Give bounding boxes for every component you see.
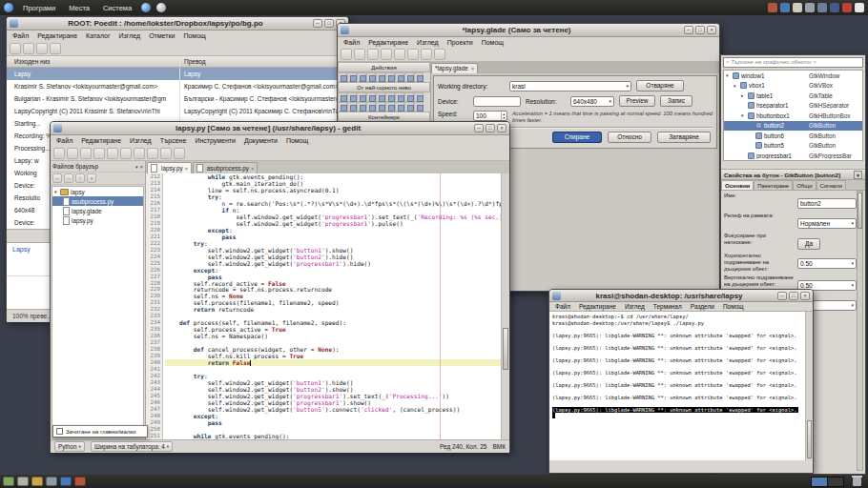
scrollbar-thumb[interactable] (503, 328, 508, 370)
palette-widget-icon[interactable] (385, 102, 395, 112)
property-combo[interactable]: Нормален▾ (797, 213, 857, 230)
menu-item[interactable]: Каталог (82, 31, 114, 40)
tree-row[interactable]: button2GtkButton (724, 121, 862, 132)
palette-widget-icon[interactable] (357, 102, 366, 112)
palette-widget-icon[interactable] (414, 72, 424, 82)
menu-item[interactable]: Файл (551, 302, 574, 311)
window-maximize-button[interactable]: □ (695, 26, 705, 34)
cut-icon[interactable] (134, 148, 145, 159)
file-tree-item[interactable]: asubprocess.py (52, 196, 143, 206)
save-icon[interactable] (23, 43, 34, 54)
palette-widget-icon[interactable] (357, 92, 366, 102)
scrollbar-thumb[interactable] (807, 420, 812, 458)
window-close-button[interactable]: × (800, 292, 810, 300)
menu-item[interactable]: Раздели (687, 302, 718, 311)
tree-row[interactable]: ▸table1GtkTable (724, 91, 862, 101)
new-project-icon[interactable] (341, 49, 352, 60)
menu-item[interactable]: Помощ (179, 31, 209, 40)
palette-widget-icon[interactable] (404, 102, 414, 112)
parent-folder-icon[interactable]: ↑ (75, 173, 85, 183)
spin-field[interactable]: 0.50▾ (797, 258, 857, 269)
workspace-2[interactable] (828, 478, 843, 486)
toggle-button[interactable]: Да (797, 238, 820, 250)
find-icon[interactable] (174, 148, 185, 159)
open-icon[interactable] (10, 43, 21, 54)
tree-row[interactable]: ▾window1GtkWindow (724, 71, 862, 81)
browser-launcher-icon[interactable] (141, 3, 151, 12)
file-tree-item[interactable]: lapsy.py (52, 215, 143, 225)
open-document-icon[interactable] (67, 148, 78, 159)
clock-tray-icon[interactable] (830, 3, 839, 12)
scrollbar-thumb[interactable] (858, 193, 862, 229)
menu-item[interactable]: Помощ (478, 38, 507, 47)
taskbar-window-5[interactable] (74, 477, 86, 486)
editor-scrollbar[interactable] (501, 173, 509, 439)
match-case-checkbox[interactable] (56, 428, 63, 435)
properties-menu-icon[interactable]: ▾ (854, 171, 862, 179)
palette-widget-icon[interactable] (395, 72, 404, 82)
property-entry[interactable]: button2 (797, 193, 857, 210)
editor-tab[interactable]: lapsy.py× (147, 162, 192, 173)
palette-widget-icon[interactable] (357, 72, 366, 82)
expander-icon[interactable]: ▾ (726, 72, 733, 78)
system-menu[interactable]: Система (99, 3, 135, 13)
new-document-icon[interactable] (53, 148, 65, 159)
sidebar-mode-selector[interactable]: Файлов браузър ▾ × (51, 161, 145, 173)
palette-widget-icon[interactable] (347, 72, 357, 82)
speed-spinner[interactable]: 100▴▾ (473, 111, 507, 121)
spin-down-icon[interactable]: ▾ (503, 116, 505, 120)
properties-tab[interactable]: Сигнали (816, 180, 846, 190)
palette-widget-icon[interactable] (395, 102, 404, 112)
volume-tray-icon[interactable] (805, 3, 815, 12)
expander-icon[interactable]: ▾ (741, 112, 748, 118)
palette-section-header[interactable]: Действия (338, 62, 430, 72)
file-tree-item[interactable]: lapsy.glade (52, 206, 143, 215)
refresh-icon[interactable]: • (87, 173, 96, 183)
close-tab-icon[interactable]: × (251, 166, 254, 172)
close-tab-icon[interactable]: × (471, 64, 474, 73)
palette-widget-icon[interactable] (366, 92, 376, 102)
menu-item[interactable]: Изглед (413, 38, 443, 47)
properties-tab[interactable]: Пакетиране (754, 180, 793, 190)
menu-item[interactable]: Помощ (282, 136, 312, 145)
device-input[interactable] (473, 96, 521, 107)
menu-item[interactable]: Файл (52, 136, 76, 145)
palette-widget-icon[interactable] (376, 72, 385, 82)
palette-widget-icon[interactable] (404, 72, 414, 82)
undo-icon[interactable] (381, 49, 392, 60)
previous-location-icon[interactable]: ← (52, 173, 62, 183)
glade-titlebar[interactable]: *lapsy.glade (Само за четене) ─□× (338, 24, 719, 37)
about-button[interactable]: Относно (608, 132, 651, 143)
power-tray-icon[interactable] (842, 3, 852, 12)
update-tray-icon[interactable] (768, 3, 777, 12)
terminal-window[interactable]: krasi@shodan-desktop: /usr/share/lapsy ─… (548, 289, 814, 474)
poedit-row[interactable]: LapsyLapsy (7, 68, 348, 80)
palette-widget-icon[interactable] (376, 92, 385, 102)
column-header-translation[interactable]: Превод (180, 56, 348, 67)
window-maximize-button[interactable]: □ (789, 292, 798, 300)
record-button[interactable]: Запис (660, 95, 692, 107)
menu-item[interactable]: Проекти (444, 38, 477, 47)
window-maximize-button[interactable]: □ (486, 124, 495, 132)
menu-item[interactable]: Файл (9, 31, 32, 40)
properties-tab[interactable]: Общи (793, 180, 816, 190)
menu-item[interactable]: Редактиране (364, 38, 412, 47)
menu-item[interactable]: Редактиране (77, 136, 125, 145)
poedit-row[interactable]: LapsyCopyright (C) 2011 Krasimir S. Stef… (7, 105, 348, 117)
window-minimize-button[interactable]: ─ (684, 26, 693, 34)
file-tree-item[interactable]: ▾lapsy (52, 187, 143, 196)
editor-tab[interactable]: asubprocess.py× (193, 162, 258, 173)
paste-icon[interactable] (434, 49, 445, 60)
undo-icon[interactable] (107, 148, 118, 159)
spinner-arrows-icon[interactable]: ▴▾ (501, 112, 505, 120)
gedit-titlebar[interactable]: lapsy.py [Само за четене] (/usr/share/la… (51, 122, 509, 135)
save-icon[interactable] (367, 49, 379, 60)
terminal-titlebar[interactable]: krasi@shodan-desktop: /usr/share/lapsy ─… (549, 290, 813, 302)
taskbar-window-2[interactable] (31, 477, 43, 486)
tree-row[interactable]: ▾hbuttonbox1GtkHButtonBox (724, 111, 862, 121)
validate-icon[interactable] (36, 43, 48, 54)
paste-icon[interactable] (160, 148, 172, 159)
palette-widget-icon[interactable] (347, 102, 357, 112)
tree-row[interactable]: button6GtkButton (724, 131, 862, 141)
tab-width-selector[interactable]: Ширина на табулатора: 4▾ (91, 441, 173, 452)
